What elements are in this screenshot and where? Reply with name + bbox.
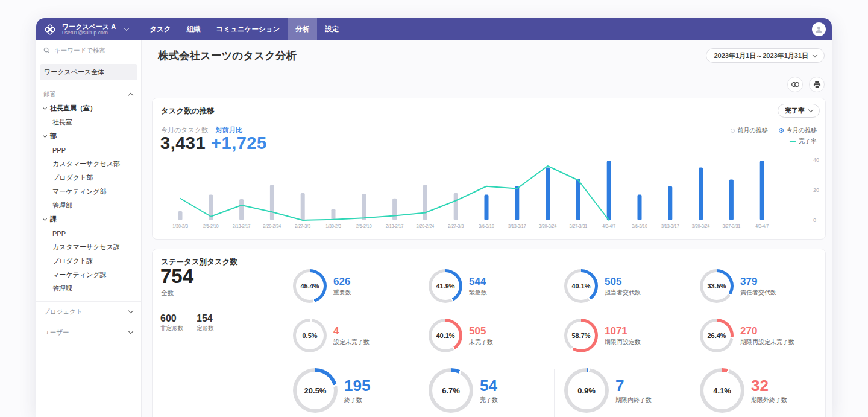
x-axis-tick: 1/30-2/3 <box>172 224 188 228</box>
bar-前月の推移 <box>270 185 274 220</box>
sidebar-section-departments[interactable]: 部署 <box>36 84 141 101</box>
chart-legend: 前月の推移 今月の推移 完了率 <box>731 126 817 145</box>
donut-label: 終了数 <box>344 396 370 404</box>
donut-value: 505 <box>469 325 493 337</box>
chevron-down-icon <box>813 52 817 57</box>
donut-gauge: 33.5% <box>700 269 734 303</box>
x-axis-tick: 3/20-3/24 <box>692 224 710 228</box>
status-donut-重要数: 45.4%626重要数 <box>293 269 429 303</box>
bar-今月の推移 <box>699 168 703 221</box>
sidebar-item-workspace-all[interactable]: ワークスペース全体 <box>40 64 137 80</box>
subtotal-regular: 154 定形数 <box>197 313 214 333</box>
bar-今月の推移 <box>515 186 519 220</box>
y-axis-tick: 400 <box>813 157 819 163</box>
nav-item-組織[interactable]: 組織 <box>179 18 209 40</box>
sidebar: ワークスペース全体 部署 社長直属（室）社長室部PPPカスタマーサクセス部プロダ… <box>36 40 142 417</box>
bar-前月の推移 <box>332 209 336 220</box>
donut-value: 270 <box>740 325 794 337</box>
radio-unselected-icon <box>731 129 735 133</box>
trend-chart-svg: 40020001/30-2/32/6-2/102/13-2/172/20-2/2… <box>161 153 819 232</box>
sidebar-item-カスタマーサクセス課[interactable]: カスタマーサクセス課 <box>36 240 141 254</box>
sidebar-item-プロダクト課[interactable]: プロダクト課 <box>36 254 141 268</box>
print-button[interactable] <box>809 77 825 92</box>
printer-icon <box>813 81 821 89</box>
bar-今月の推移 <box>576 179 580 220</box>
status-donut-grid: 45.4%626重要数41.9%544緊急数40.1%505担当者交代数33.5… <box>293 269 832 413</box>
date-range-selector[interactable]: 2023年1月1日～2023年1月31日 <box>706 48 825 63</box>
donut-percent: 45.4% <box>293 269 327 303</box>
sidebar-item-社長室[interactable]: 社長室 <box>36 115 141 129</box>
sidebar-item-PPP[interactable]: PPP <box>36 226 141 240</box>
x-axis-tick: 2/27-3/3 <box>448 224 464 228</box>
x-axis-tick: 2/27-3/3 <box>295 224 310 228</box>
bar-前月の推移 <box>239 199 244 220</box>
search-icon <box>43 47 50 54</box>
status-donut-期限内終了数: 0.9%7期限内終了数 <box>564 368 700 413</box>
search-input[interactable] <box>54 46 127 54</box>
sidebar-item-カスタマーサクセス部[interactable]: カスタマーサクセス部 <box>36 157 141 171</box>
sidebar-item-部[interactable]: 部 <box>36 129 141 143</box>
chevron-down-icon <box>43 216 47 220</box>
sidebar-item-管理課[interactable]: 管理課 <box>36 282 141 296</box>
donut-gauge: 20.5% <box>293 368 338 413</box>
donut-percent: 33.5% <box>700 269 734 303</box>
x-axis-tick: 3/13-3/17 <box>661 224 679 228</box>
sidebar-item-マーケティング課[interactable]: マーケティング課 <box>36 268 141 282</box>
chevron-down-icon <box>128 308 133 313</box>
donut-percent: 20.5% <box>293 368 338 413</box>
chevron-down-icon <box>808 107 813 112</box>
nav-item-設定[interactable]: 設定 <box>317 18 347 40</box>
donut-percent: 58.7% <box>564 319 598 352</box>
donut-label: 期限再設定数 <box>605 338 641 346</box>
x-axis-tick: 2/20-2/24 <box>417 224 435 228</box>
legend-prev-month[interactable]: 前月の推移 <box>731 126 768 135</box>
x-axis-tick: 2/13-2/17 <box>386 224 404 228</box>
y-axis-tick: 0 <box>813 217 816 223</box>
chevron-down-icon <box>43 133 47 137</box>
section-label: 部署 <box>43 90 55 98</box>
donut-percent: 0.9% <box>564 368 609 413</box>
donut-label: 設定未完了数 <box>333 338 370 346</box>
chevron-down-icon <box>125 28 128 30</box>
nav-item-タスク[interactable]: タスク <box>142 18 178 40</box>
x-axis-tick: 4/3-4/7 <box>602 224 615 228</box>
sidebar-item-課[interactable]: 課 <box>36 212 141 226</box>
sidebar-item-PPP[interactable]: PPP <box>36 143 141 157</box>
sidebar-section-プロジェクト[interactable]: プロジェクト <box>36 302 141 322</box>
copy-link-button[interactable] <box>787 77 803 92</box>
donut-percent: 40.1% <box>564 269 598 303</box>
donut-label: 緊急数 <box>469 288 487 297</box>
status-donut-緊急数: 41.9%544緊急数 <box>429 269 564 303</box>
donut-label: 期限外終了数 <box>751 396 787 404</box>
donut-value: 379 <box>740 276 776 288</box>
workspace-switcher[interactable]: ワークスペース A user01@suitup.com <box>43 18 128 40</box>
workspace-logo-icon <box>43 23 57 36</box>
sidebar-collapsed-sections: プロジェクトユーザー <box>36 301 141 342</box>
legend-completion-rate[interactable]: 完了率 <box>790 137 817 145</box>
nav-item-コミュニケーション[interactable]: コミュニケーション <box>209 18 288 40</box>
user-avatar[interactable] <box>812 22 826 36</box>
status-card-title: ステータス別タスク数 <box>153 249 825 267</box>
legend-current-month[interactable]: 今月の推移 <box>779 126 817 135</box>
sidebar-search[interactable] <box>36 40 141 60</box>
x-axis-tick: 1/30-2/3 <box>326 224 341 228</box>
sidebar-section-ユーザー[interactable]: ユーザー <box>36 322 141 342</box>
x-axis-tick: 3/13-3/17 <box>508 224 526 228</box>
nav-item-分析[interactable]: 分析 <box>288 18 317 40</box>
donut-value: 626 <box>333 276 351 288</box>
status-total-label: 全数 <box>161 289 174 298</box>
sidebar-item-管理部[interactable]: 管理部 <box>36 199 141 212</box>
donut-gauge: 0.9% <box>564 368 609 413</box>
metric-select[interactable]: 完了率 <box>778 104 820 118</box>
navbar-menu: タスク組織コミュニケーション分析設定 <box>142 18 347 40</box>
sidebar-item-プロダクト部[interactable]: プロダクト部 <box>36 171 141 185</box>
bar-今月の推移 <box>760 161 764 220</box>
line-marker-icon <box>790 141 796 142</box>
x-axis-tick: 3/6-3/10 <box>632 224 647 228</box>
donut-gauge: 40.1% <box>429 319 462 352</box>
donut-gauge: 4.1% <box>700 368 744 413</box>
donut-percent: 26.4% <box>700 319 734 352</box>
sidebar-item-マーケティング部[interactable]: マーケティング部 <box>36 185 141 199</box>
sidebar-item-社長直属（室）[interactable]: 社長直属（室） <box>36 101 141 115</box>
x-axis-tick: 3/6-3/10 <box>479 224 494 228</box>
